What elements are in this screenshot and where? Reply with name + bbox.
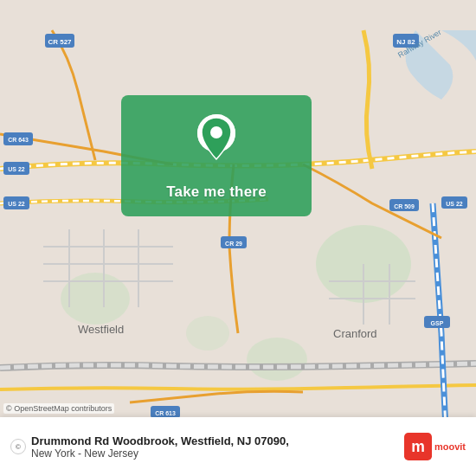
bottom-bar: © Drummond Rd Woodbrook, Westfield, NJ 0… [0, 417, 476, 476]
svg-point-39 [210, 126, 222, 138]
svg-point-1 [247, 338, 307, 381]
svg-text:US 22: US 22 [446, 201, 463, 207]
svg-text:GSP: GSP [431, 320, 444, 326]
moovit-text: moovit [434, 441, 466, 452]
svg-text:m: m [411, 438, 425, 455]
svg-text:CR 643: CR 643 [8, 137, 29, 143]
take-me-there-button[interactable]: Take me there [121, 95, 312, 216]
svg-text:CR 613: CR 613 [155, 410, 176, 416]
svg-text:US 22: US 22 [8, 166, 25, 172]
svg-text:CR 527: CR 527 [48, 38, 72, 46]
location-pin-icon [197, 114, 235, 165]
moovit-logo: m moovit [404, 433, 466, 460]
svg-text:CR 29: CR 29 [225, 241, 242, 247]
svg-text:Westfield: Westfield [78, 323, 124, 336]
svg-text:Cranford: Cranford [333, 327, 377, 340]
svg-text:CR 509: CR 509 [394, 203, 415, 209]
address-block: Drummond Rd Woodbrook, Westfield, NJ 070… [31, 434, 397, 460]
address-line2: New York - New Jersey [31, 447, 397, 460]
osm-attribution: © OpenStreetMap contributors [3, 403, 114, 414]
button-label: Take me there [166, 183, 267, 201]
moovit-icon: m [404, 433, 432, 460]
osm-logo: © [10, 439, 26, 454]
svg-point-3 [186, 316, 229, 351]
svg-text:US 22: US 22 [8, 201, 25, 207]
map-container: CR 527 NJ 82 US 22 US 22 CR 643 US 22 CR… [0, 0, 476, 476]
address-line1: Drummond Rd Woodbrook, Westfield, NJ 070… [31, 434, 397, 447]
